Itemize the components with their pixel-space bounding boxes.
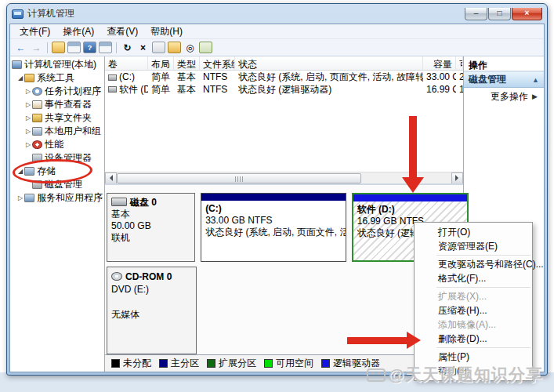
actions-group-disk-management[interactable]: 磁盘管理 ▲ bbox=[464, 71, 544, 88]
drive-icon bbox=[108, 74, 117, 81]
actions-header: 操作 bbox=[464, 56, 544, 71]
red-right-arrow-annotation bbox=[347, 337, 408, 344]
volume-row-c[interactable]: (C:) 简单 基本 NTFS 状态良好 (系统, 启动, 页面文件, 活动, … bbox=[105, 71, 463, 83]
computer-icon bbox=[12, 60, 22, 69]
more-actions-item[interactable]: 更多操作 ▶ bbox=[464, 88, 544, 105]
services-icon bbox=[24, 194, 34, 202]
tree-item-task-scheduler[interactable]: ▷ 任务计划程序 bbox=[10, 85, 104, 98]
red-down-arrow-annotation bbox=[409, 116, 417, 177]
primary-swatch-icon bbox=[159, 359, 168, 368]
menu-file[interactable]: 文件(F) bbox=[13, 24, 56, 40]
menu-item-format[interactable]: 格式化(F)... bbox=[415, 271, 532, 285]
col-capacity[interactable]: 容量 bbox=[423, 56, 456, 70]
back-icon[interactable]: ← bbox=[14, 42, 27, 53]
menu-item-delete-volume[interactable]: 删除卷(D)... bbox=[415, 332, 532, 346]
properties-icon[interactable] bbox=[152, 42, 165, 53]
event-viewer-icon bbox=[32, 100, 42, 109]
task-scheduler-icon bbox=[32, 87, 42, 96]
snapshot-icon[interactable] bbox=[199, 42, 212, 53]
shared-folders-icon bbox=[32, 114, 42, 122]
tree-item-shared-folders[interactable]: ▷ 共享文件夹 bbox=[10, 111, 104, 125]
scroll-left-icon bbox=[107, 175, 113, 181]
submenu-arrow-icon: ▶ bbox=[532, 93, 538, 100]
col-volume[interactable]: 卷 bbox=[105, 56, 148, 70]
drive-icon bbox=[108, 86, 117, 93]
refresh-icon[interactable]: ↻ bbox=[121, 42, 134, 53]
watermark: @天天课题知识分享 bbox=[367, 364, 543, 386]
expander-collapsed-icon[interactable]: ▷ bbox=[24, 128, 32, 135]
disk-drive-icon bbox=[111, 198, 127, 206]
menu-item-shrink-volume[interactable]: 压缩卷(H)... bbox=[415, 303, 532, 318]
menu-item-properties[interactable]: 属性(P) bbox=[415, 350, 532, 364]
minimize-button[interactable]: – bbox=[465, 8, 487, 20]
legend-free-space: 可用空间 bbox=[264, 357, 313, 370]
legend-extended: 扩展分区 bbox=[207, 357, 256, 370]
menu-separator bbox=[436, 347, 530, 348]
cdrom-label[interactable]: CD-ROM 0 DVD (E:) 无媒体 bbox=[107, 267, 197, 354]
disk0-label[interactable]: 磁盘 0 基本 50.00 GB 联机 bbox=[107, 193, 195, 262]
unallocated-swatch-icon bbox=[111, 359, 120, 368]
forward-icon[interactable]: → bbox=[30, 42, 43, 53]
col-type[interactable]: 类型 bbox=[174, 56, 200, 70]
open-folder-icon[interactable] bbox=[168, 42, 181, 53]
expander-collapsed-icon[interactable]: ▷ bbox=[24, 88, 32, 95]
free-space-swatch-icon bbox=[264, 359, 273, 368]
console-tree: 计算机管理(本地) ◢ 系统工具 ▷ 任务计划程序 ▷ bbox=[10, 56, 105, 372]
menu-view[interactable]: 查看(V) bbox=[100, 24, 144, 40]
scrollbar-thumb[interactable] bbox=[117, 173, 361, 183]
col-status[interactable]: 状态 bbox=[235, 56, 423, 70]
menu-action[interactable]: 操作(A) bbox=[56, 24, 100, 40]
expander-expanded-icon[interactable]: ◢ bbox=[16, 74, 24, 82]
expander-collapsed-icon[interactable]: ▷ bbox=[24, 141, 32, 148]
logical-drive-bar bbox=[353, 194, 467, 201]
expander-collapsed-icon[interactable]: ▷ bbox=[16, 194, 24, 201]
scroll-right-button[interactable] bbox=[451, 172, 463, 184]
menu-item-change-drive-letter[interactable]: 更改驱动器号和路径(C)... bbox=[415, 257, 532, 271]
close-button[interactable]: × bbox=[512, 8, 542, 20]
tree-item-computer-management[interactable]: 计算机管理(本地) bbox=[10, 58, 104, 71]
collapse-icon[interactable]: ▲ bbox=[532, 76, 539, 84]
tree-item-event-viewer[interactable]: ▷ 事件查看器 bbox=[10, 98, 104, 111]
logical-drive-swatch-icon bbox=[321, 359, 330, 368]
extended-swatch-icon bbox=[207, 359, 215, 368]
scrollbar-track[interactable] bbox=[117, 172, 451, 184]
screenshot-root: 计算机管理 – □ × 文件(F) 操作(A) 查看(V) 帮助(H) ← → bbox=[0, 0, 554, 392]
delete-icon[interactable]: × bbox=[136, 42, 150, 53]
scrollbar-grip-icon bbox=[235, 176, 243, 182]
partition-context-menu: 打开(O) 资源管理器(E) 更改驱动器号和路径(C)... 格式化(F)...… bbox=[414, 222, 533, 381]
tree-item-performance[interactable]: ▷ 性能 bbox=[10, 138, 104, 151]
expander-collapsed-icon[interactable]: ▷ bbox=[24, 101, 32, 108]
tree-item-services-applications[interactable]: ▷ 服务和应用程序 bbox=[10, 191, 104, 205]
help-icon[interactable]: ? bbox=[83, 42, 96, 53]
menu-separator bbox=[436, 287, 530, 288]
menu-separator bbox=[436, 255, 530, 256]
menu-item-explorer[interactable]: 资源管理器(E) bbox=[415, 239, 532, 253]
primary-partition-bar bbox=[201, 194, 346, 201]
col-free-space[interactable]: 可用空间 bbox=[456, 56, 463, 70]
scroll-left-button[interactable] bbox=[105, 172, 117, 184]
console-window-icon[interactable] bbox=[67, 42, 81, 53]
title-bar[interactable]: 计算机管理 – □ × bbox=[7, 4, 547, 24]
menu-item-open[interactable]: 打开(O) bbox=[415, 225, 532, 239]
toolbar-separator bbox=[116, 42, 117, 53]
app-icon bbox=[12, 9, 24, 19]
partition-c[interactable]: (C:) 33.00 GB NTFS 状态良好 (系统, 启动, 页面文件, 活… bbox=[201, 193, 346, 262]
volume-row-d[interactable]: 软件 (D:) 简单 基本 NTFS 状态良好 (逻辑驱动器) 16.99 GB… bbox=[105, 83, 463, 96]
expander-collapsed-icon[interactable]: ▷ bbox=[24, 114, 32, 122]
tv-icon bbox=[367, 368, 386, 382]
system-tools-icon bbox=[24, 74, 34, 82]
console-window-icon-2[interactable] bbox=[99, 42, 112, 53]
col-layout[interactable]: 布局 bbox=[148, 56, 174, 70]
window-title: 计算机管理 bbox=[27, 7, 74, 20]
menu-help[interactable]: 帮助(H) bbox=[144, 24, 189, 40]
tree-item-system-tools[interactable]: ◢ 系统工具 bbox=[10, 71, 104, 85]
search-icon[interactable]: ◎ bbox=[183, 42, 197, 53]
maximize-button[interactable]: □ bbox=[488, 8, 511, 20]
toolbar: ← → ? ↻ × ◎ bbox=[10, 39, 544, 56]
show-tree-icon[interactable] bbox=[52, 42, 65, 53]
col-filesystem[interactable]: 文件系统 bbox=[200, 56, 235, 70]
tree-item-local-users-groups[interactable]: ▷ 本地用户和组 bbox=[10, 125, 104, 138]
red-right-arrowhead-icon bbox=[407, 332, 421, 349]
local-users-icon bbox=[32, 127, 42, 136]
menu-bar: 文件(F) 操作(A) 查看(V) 帮助(H) bbox=[10, 24, 544, 39]
